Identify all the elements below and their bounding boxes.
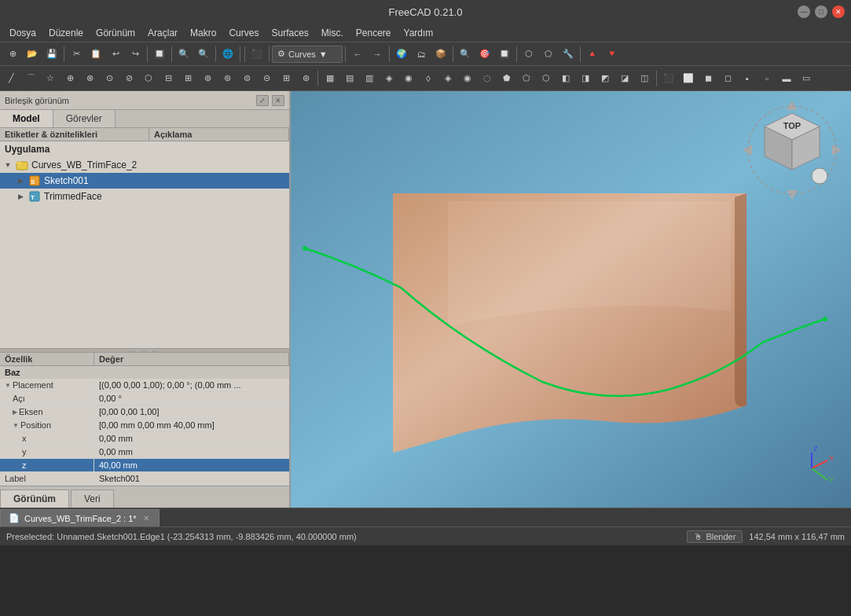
tb2-btn-28[interactable]: ⬡ — [537, 69, 556, 88]
toolbar-btn-more-4[interactable]: 🌍 — [392, 45, 411, 64]
toolbar-btn-6[interactable]: ↩ — [106, 45, 125, 64]
toolbar-btn-14[interactable]: 🌐 — [218, 45, 237, 64]
toolbar-btn-11[interactable]: 🔍 — [174, 45, 193, 64]
panel-close-button[interactable]: ✕ — [272, 95, 284, 106]
menu-item-düzenle[interactable]: Düzenle — [42, 26, 90, 40]
panel-expand-button[interactable]: ⤢ — [256, 95, 269, 106]
bottom-tab-gorunum[interactable]: Görünüm — [0, 490, 69, 508]
toolbar-btn-7[interactable]: ↪ — [126, 45, 145, 64]
tb2-btn-42[interactable]: ▭ — [797, 69, 816, 88]
menu-item-surfaces[interactable]: Surfaces — [265, 26, 314, 40]
menu-item-dosya[interactable]: Dosya — [3, 26, 42, 40]
tb2-btn-40[interactable]: ▫ — [757, 69, 776, 88]
toolbar-btn-0[interactable]: ⊕ — [3, 45, 22, 64]
tb2-btn-2[interactable]: ☆ — [41, 69, 60, 88]
toolbar-btn-more-16[interactable]: 🔺 — [583, 45, 602, 64]
tb2-btn-38[interactable]: ◻ — [718, 69, 737, 88]
tb2-btn-41[interactable]: ▬ — [777, 69, 796, 88]
tb2-btn-31[interactable]: ◩ — [596, 69, 614, 88]
tb2-btn-26[interactable]: ⬟ — [497, 69, 516, 88]
toolbar-btn-17[interactable]: ⬛ — [248, 45, 266, 64]
tb2-btn-15[interactable]: ⊛ — [296, 69, 315, 88]
tb2-btn-39[interactable]: ▪ — [738, 69, 757, 88]
tb2-btn-12[interactable]: ⊜ — [237, 69, 256, 88]
tb2-btn-33[interactable]: ◫ — [635, 69, 654, 88]
tb2-btn-20[interactable]: ◈ — [380, 69, 398, 88]
minimize-button[interactable]: — — [798, 6, 810, 18]
prop-row-y[interactable]: y 0,00 mm — [0, 446, 289, 459]
prop-row-x[interactable]: x 0,00 mm — [0, 432, 289, 446]
nav-cube[interactable]: TOP — [741, 99, 843, 201]
tb2-btn-29[interactable]: ◧ — [556, 69, 575, 88]
toolbar-btn-12[interactable]: 🔍 — [194, 45, 213, 64]
tree-item-sketch001[interactable]: ▶ S Sketch001 — [0, 173, 289, 189]
toolbar-btn-more-12[interactable]: ⬡ — [519, 45, 538, 64]
tb2-btn-11[interactable]: ⊚ — [218, 69, 237, 88]
tb2-btn-8[interactable]: ⊟ — [159, 69, 178, 88]
tb2-btn-22[interactable]: ◊ — [419, 69, 438, 88]
tb2-btn-30[interactable]: ◨ — [576, 69, 595, 88]
tb2-btn-27[interactable]: ⬠ — [517, 69, 536, 88]
tab-model[interactable]: Model — [0, 110, 53, 127]
toolbar-btn-2[interactable]: 💾 — [42, 45, 61, 64]
tb2-btn-25[interactable]: ◌ — [478, 69, 497, 88]
prop-row-label[interactable]: Label Sketch001 — [0, 472, 289, 486]
toolbar-btn-more-13[interactable]: ⬠ — [539, 45, 558, 64]
menu-item-görünüm[interactable]: Görünüm — [90, 26, 141, 40]
viewport[interactable]: TOP X Y Z — [291, 91, 851, 508]
tb2-btn-3[interactable]: ⊕ — [61, 69, 79, 88]
tb2-btn-6[interactable]: ⊘ — [119, 69, 138, 88]
tb2-btn-5[interactable]: ⊙ — [100, 69, 119, 88]
maximize-button[interactable]: □ — [815, 6, 827, 18]
menu-item-yardım[interactable]: Yardım — [398, 26, 440, 40]
tree-item-root[interactable]: ▼ Curves_WB_TrimFace_2 — [0, 157, 289, 173]
tb2-btn-17[interactable]: ▦ — [321, 69, 339, 88]
doc-tab-main[interactable]: 📄 Curves_WB_TrimFace_2 : 1* ✕ — [0, 509, 160, 526]
doc-tab-close-button[interactable]: ✕ — [141, 514, 151, 523]
toolbar-btn-5[interactable]: 📋 — [86, 45, 105, 64]
toolbar-btn-more-5[interactable]: 🗂 — [412, 45, 431, 64]
tb2-btn-37[interactable]: ◼ — [699, 69, 717, 88]
tb2-btn-24[interactable]: ◉ — [458, 69, 477, 88]
tree-item-trimmedface[interactable]: ▶ T TrimmedFace — [0, 189, 289, 204]
tb2-btn-23[interactable]: ◈ — [438, 69, 457, 88]
workbench-dropdown[interactable]: ⚙Curves ▼ — [272, 46, 343, 63]
toolbar-btn-more-6[interactable]: 📦 — [431, 45, 450, 64]
prop-row-aci[interactable]: Açı 0,00 ° — [0, 392, 289, 405]
prop-row-position[interactable]: ▼ Position [0,00 mm 0,00 mm 40,00 mm] — [0, 419, 289, 432]
prop-row-placement[interactable]: ▼ Placement [(0,00 0,00 1,00); 0,00 °; (… — [0, 379, 289, 392]
bottom-tab-veri[interactable]: Veri — [71, 490, 114, 508]
tb2-btn-36[interactable]: ⬜ — [679, 69, 698, 88]
menu-item-pencere[interactable]: Pencere — [350, 26, 398, 40]
prop-row-z[interactable]: z 40,00 mm — [0, 459, 289, 472]
tab-tasks[interactable]: Görevler — [53, 110, 116, 127]
tb2-btn-4[interactable]: ⊗ — [80, 69, 99, 88]
tb2-btn-10[interactable]: ⊛ — [198, 69, 217, 88]
tb2-btn-35[interactable]: ⬛ — [659, 69, 678, 88]
toolbar-btn-more-8[interactable]: 🔍 — [456, 45, 475, 64]
toolbar-btn-9[interactable]: 🔲 — [150, 45, 169, 64]
prop-row-eksen[interactable]: ▶ Eksen [0,00 0,00 1,00] — [0, 405, 289, 419]
tb2-btn-14[interactable]: ⊞ — [277, 69, 295, 88]
toolbar-btn-4[interactable]: ✂ — [67, 45, 86, 64]
tb2-btn-13[interactable]: ⊝ — [257, 69, 276, 88]
tb2-btn-21[interactable]: ◉ — [399, 69, 418, 88]
toolbar-btn-more-10[interactable]: 🔲 — [495, 45, 514, 64]
tb2-btn-18[interactable]: ▤ — [340, 69, 359, 88]
tb2-btn-9[interactable]: ⊞ — [178, 69, 197, 88]
toolbar-btn-more-14[interactable]: 🔧 — [559, 45, 578, 64]
blender-button[interactable]: 🖱 Blender — [687, 530, 743, 543]
toolbar-btn-more-9[interactable]: 🎯 — [475, 45, 494, 64]
toolbar-btn-more-1[interactable]: ← — [348, 45, 367, 64]
tb2-btn-7[interactable]: ⬡ — [139, 69, 158, 88]
menu-item-makro[interactable]: Makro — [184, 26, 222, 40]
tb2-btn-19[interactable]: ▥ — [360, 69, 379, 88]
menu-item-curves[interactable]: Curves — [222, 26, 265, 40]
close-button[interactable]: ✕ — [832, 6, 845, 18]
tb2-btn-32[interactable]: ◪ — [615, 69, 634, 88]
toolbar-btn-more-17[interactable]: 🔻 — [603, 45, 622, 64]
tb2-btn-1[interactable]: ⌒ — [21, 69, 40, 88]
toolbar-btn-1[interactable]: 📂 — [23, 45, 42, 64]
tb2-btn-0[interactable]: ╱ — [2, 69, 20, 88]
menu-item-misc.[interactable]: Misc. — [315, 26, 350, 40]
